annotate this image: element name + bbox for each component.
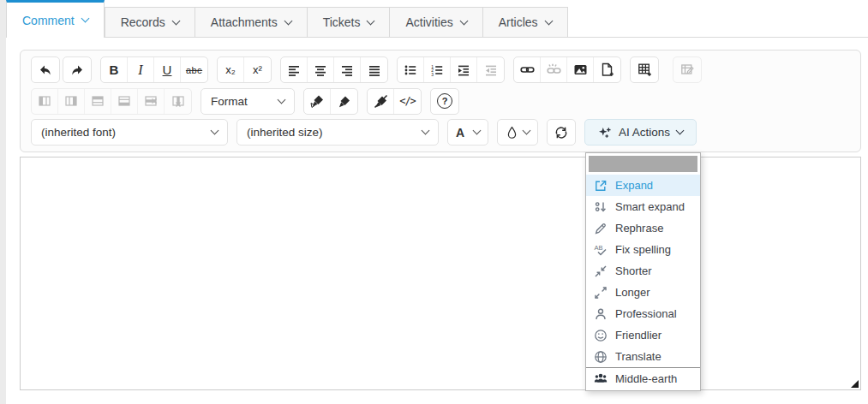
align-justify-button[interactable] (361, 57, 387, 82)
font-size-dropdown[interactable]: (inherited size) (236, 119, 439, 146)
toolbar-row-3: (inherited font) (inherited size) A AI A… (31, 119, 850, 146)
column-delete-icon (171, 94, 185, 108)
editor-content-area[interactable] (20, 157, 861, 390)
ai-menu-item-friendlier[interactable]: Friendlier (586, 324, 700, 346)
droplet-icon (506, 126, 518, 139)
person-icon (594, 307, 608, 321)
ai-menu-item-smart-expand[interactable]: Smart expand (586, 196, 700, 217)
chevron-down-icon (473, 127, 482, 135)
tab-comment[interactable]: Comment (6, 0, 105, 38)
ai-menu-item-professional[interactable]: Professional (586, 303, 700, 324)
page-add-icon (600, 62, 614, 77)
smiley-icon (594, 329, 608, 342)
font-family-dropdown[interactable]: (inherited font) (31, 119, 228, 146)
delete-row-button[interactable] (138, 89, 165, 114)
insert-group (513, 56, 621, 83)
pencil-icon (594, 222, 608, 235)
tab-tickets[interactable]: Tickets (308, 7, 391, 38)
unlink-button[interactable] (541, 57, 567, 82)
tab-activities[interactable]: Activities (390, 7, 482, 38)
ai-actions-menu: Expand Smart expand Rephrase AB Fix spel… (585, 152, 701, 391)
insert-row-below-button[interactable] (111, 89, 138, 114)
ai-actions-button[interactable]: AI Actions (584, 119, 697, 146)
insert-image-button[interactable] (567, 57, 594, 82)
copy-formatting-button[interactable] (304, 89, 331, 114)
list-group: 123 (397, 56, 505, 83)
italic-button[interactable]: I (128, 57, 154, 82)
text-color-dropdown[interactable]: A (447, 119, 488, 146)
table-properties-button[interactable] (673, 56, 702, 83)
indent-icon (457, 63, 470, 77)
align-right-button[interactable] (334, 57, 361, 82)
ai-menu-placeholder-item[interactable] (589, 156, 697, 172)
tab-attachments-label: Attachments (211, 15, 278, 29)
text-style-group: B I U abc (100, 56, 208, 83)
spellcheck-icon: AB (594, 243, 608, 257)
ai-menu-item-translate[interactable]: Translate (586, 346, 700, 367)
chevron-down-icon (523, 127, 531, 135)
indent-button[interactable] (451, 57, 477, 82)
editor-toolbar: B I U abc x₂ x² (20, 50, 861, 152)
insert-column-right-button[interactable] (58, 89, 85, 114)
help-icon: ? (437, 93, 452, 109)
insert-page-button[interactable] (594, 57, 620, 82)
outdent-button[interactable] (477, 57, 504, 82)
tab-tickets-label: Tickets (323, 15, 361, 29)
format-painter-off-icon (374, 94, 388, 109)
delete-column-button[interactable] (165, 89, 191, 114)
align-justify-icon (368, 63, 381, 77)
svg-text:AB: AB (595, 243, 603, 251)
chevron-down-icon (81, 15, 89, 23)
page-left-margin (0, 0, 6, 404)
chevron-down-icon (211, 127, 219, 135)
align-center-button[interactable] (308, 57, 334, 82)
toolbar-row-2: Format </> ? (31, 88, 850, 115)
paragraph-format-dropdown[interactable]: Format (201, 88, 295, 115)
ai-menu-item-shorter[interactable]: Shorter (586, 260, 700, 282)
undo-button[interactable] (31, 56, 60, 83)
insert-row-above-button[interactable] (85, 89, 111, 114)
strikethrough-button[interactable]: abc (181, 57, 207, 82)
ai-menu-item-middle-earth[interactable]: Middle-earth (586, 367, 700, 389)
link-button[interactable] (514, 57, 541, 82)
source-code-button[interactable]: </> (394, 89, 421, 114)
tab-comment-label: Comment (22, 14, 75, 27)
insert-table-button[interactable] (630, 56, 659, 83)
image-icon (573, 62, 588, 77)
ai-menu-item-fix-spelling[interactable]: AB Fix spelling (586, 239, 700, 260)
align-left-button[interactable] (281, 57, 308, 82)
tab-articles[interactable]: Articles (483, 7, 568, 38)
font-size-value: (inherited size) (247, 126, 323, 139)
bulleted-list-button[interactable] (398, 57, 424, 82)
numbered-list-button[interactable]: 123 (424, 57, 451, 82)
numbered-list-icon: 123 (430, 63, 444, 77)
script-group: x₂ x² (217, 56, 272, 83)
collapse-arrows-icon (594, 264, 608, 278)
subscript-button[interactable]: x₂ (218, 57, 244, 82)
globe-icon (594, 350, 608, 364)
format-painter-group (303, 88, 358, 115)
background-color-dropdown[interactable] (497, 119, 538, 146)
ai-menu-item-expand[interactable]: Expand (586, 175, 700, 196)
underline-button[interactable]: U (154, 57, 181, 82)
align-right-icon (340, 63, 354, 77)
tab-bar-filler (568, 0, 868, 38)
ai-menu-item-longer[interactable]: Longer (586, 282, 700, 303)
redo-button[interactable] (63, 56, 92, 83)
table-edit-icon (680, 62, 695, 77)
align-left-icon (287, 63, 301, 77)
remove-formatting-button[interactable] (368, 89, 394, 114)
help-button[interactable]: ? (430, 88, 459, 115)
tab-attachments[interactable]: Attachments (195, 7, 308, 38)
chevron-down-icon (544, 16, 553, 25)
tab-records[interactable]: Records (105, 7, 195, 38)
refresh-button[interactable] (547, 119, 576, 146)
chevron-down-icon (676, 127, 685, 135)
chevron-down-icon (278, 95, 286, 104)
paste-formatting-button[interactable] (331, 89, 357, 114)
bold-button[interactable]: B (101, 57, 128, 82)
superscript-button[interactable]: x² (244, 57, 271, 82)
ai-menu-item-rephrase[interactable]: Rephrase (586, 217, 700, 239)
resize-handle[interactable] (851, 380, 859, 388)
insert-column-left-button[interactable] (32, 89, 58, 114)
